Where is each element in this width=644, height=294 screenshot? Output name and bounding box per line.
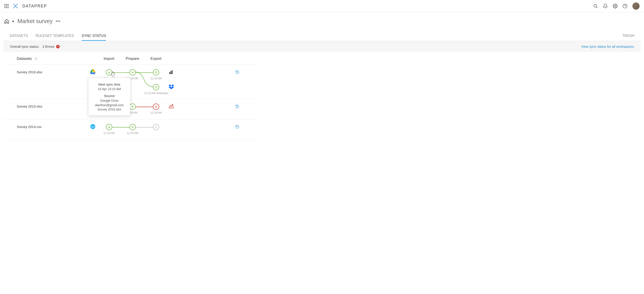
tooltip-sync-time: 10 Apr 10:15 AM — [92, 87, 126, 91]
column-import: Import — [97, 56, 121, 61]
export-node[interactable] — [153, 84, 159, 90]
app-title: DATAPREP — [22, 4, 47, 9]
table-header: Datasets Import Prepare Export — [3, 52, 258, 65]
svg-point-15 — [132, 106, 132, 107]
tabs: DATASETS RULESET TEMPLATES SYNC STATUS T… — [3, 32, 641, 41]
svg-point-16 — [172, 104, 173, 105]
import-node[interactable] — [106, 124, 112, 130]
prepare-node[interactable] — [130, 124, 136, 130]
table-row: Survey 2014.csv csv 12.15 AM 12.16 AM — [3, 119, 258, 140]
tab-datasets[interactable]: DATASETS — [10, 32, 28, 41]
svg-text:csv: csv — [91, 126, 94, 128]
dataset-name[interactable]: Survey 2015.xlsx — [17, 103, 97, 108]
dataprep-logo-icon — [12, 3, 18, 9]
tab-trash[interactable]: TRASH — [622, 32, 634, 41]
history-icon[interactable] — [235, 70, 239, 74]
google-drive-icon — [90, 69, 96, 74]
csv-source-icon: csv — [90, 124, 96, 129]
export-node-error[interactable] — [153, 103, 159, 110]
prepare-node[interactable] — [130, 103, 136, 110]
export-node[interactable] — [153, 69, 159, 76]
import-timestamp: 12.15 AM — [103, 131, 115, 135]
more-icon[interactable]: ••• — [56, 19, 60, 24]
tooltip-source-title: Source — [92, 94, 126, 98]
table-row: Survey 2015.xlsx 2.16 AM 12.19 AM — [3, 99, 258, 119]
help-icon[interactable] — [622, 4, 628, 9]
dropbox-icon — [168, 84, 174, 89]
breadcrumb: ▶ Market survey ••• — [3, 18, 641, 25]
branch-connector — [132, 71, 156, 88]
column-datasets: Datasets — [17, 56, 32, 61]
column-prepare: Prepare — [121, 56, 144, 61]
svg-marker-10 — [90, 72, 96, 74]
svg-line-6 — [36, 59, 37, 60]
datasets-search-icon[interactable] — [34, 57, 38, 60]
bell-icon[interactable] — [603, 4, 608, 9]
error-badge-icon: ✕ — [56, 45, 60, 48]
svg-point-2 — [614, 5, 616, 7]
apps-grid-icon[interactable] — [4, 4, 8, 8]
svg-rect-14 — [172, 71, 173, 74]
powerbi-icon — [168, 70, 174, 75]
tooltip-source-name: Google Drive — [92, 99, 126, 103]
status-bar: Overall sync status: 2 Errors ✕ View syn… — [3, 41, 641, 52]
tooltip-source-email: alanfran@gmail.com — [92, 103, 126, 108]
avatar[interactable] — [632, 3, 640, 10]
svg-point-11 — [132, 72, 132, 73]
top-header: DATAPREP — [0, 0, 644, 12]
tab-ruleset-templates[interactable]: RULESET TEMPLATES — [36, 32, 74, 41]
home-icon[interactable] — [4, 19, 10, 24]
chevron-right-icon: ▶ — [12, 20, 14, 22]
svg-rect-12 — [170, 72, 170, 74]
workspace-name[interactable]: Market survey — [18, 18, 52, 25]
history-icon[interactable] — [235, 104, 239, 108]
svg-line-1 — [596, 7, 597, 8]
export-timestamp: 12.10 AM Yesterday — [144, 92, 168, 95]
sync-tooltip: Next sync time 10 Apr 10:15 AM Source Go… — [88, 78, 130, 115]
tab-sync-status[interactable]: SYNC STATUS — [82, 32, 106, 41]
prepare-timestamp: 12.16 AM — [127, 131, 138, 135]
import-node[interactable] — [106, 69, 112, 76]
gear-icon[interactable] — [613, 4, 618, 9]
export-node-pending[interactable] — [153, 124, 159, 130]
svg-rect-13 — [170, 71, 171, 74]
view-all-workspaces-link[interactable]: View sync status for all workspaces — [581, 45, 634, 48]
dataset-name[interactable]: Survey 2014.csv — [17, 124, 97, 129]
dataset-name[interactable]: Survey 2016.xlsx — [17, 69, 97, 74]
column-export: Export — [144, 56, 168, 61]
svg-point-19 — [132, 127, 132, 127]
svg-point-0 — [594, 4, 596, 7]
mountains-icon — [168, 104, 174, 108]
tooltip-title: Next sync time — [92, 82, 126, 86]
svg-point-5 — [35, 58, 37, 59]
history-icon[interactable] — [235, 125, 239, 129]
search-icon[interactable] — [593, 4, 598, 9]
tooltip-source-file: Survey 2016.xlsx — [92, 107, 126, 112]
prepare-node[interactable] — [130, 69, 136, 76]
status-value: 2 Errors — [42, 45, 54, 48]
table-row: Survey 2016.xlsx 12.15 AM — [3, 65, 258, 99]
export-timestamp: 12.19 AM — [150, 111, 162, 114]
status-label: Overall sync status: — [10, 45, 39, 48]
